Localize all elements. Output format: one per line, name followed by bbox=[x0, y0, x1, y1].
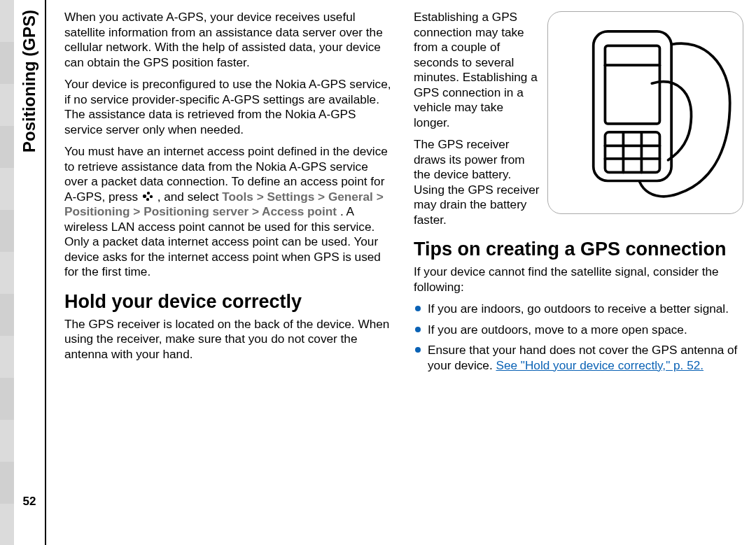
paragraph-establishing-connection: Establishing a GPS connection may take f… bbox=[414, 10, 743, 130]
menu-path-tools: Tools bbox=[222, 190, 253, 204]
menu-path-separator: > bbox=[318, 190, 328, 204]
menu-path-settings: Settings bbox=[267, 190, 314, 204]
menu-path-separator: > bbox=[133, 204, 144, 218]
svg-rect-5 bbox=[605, 45, 659, 123]
page-number: 52 bbox=[14, 495, 45, 509]
paragraph-access-point: You must have an internet access point d… bbox=[64, 144, 394, 280]
list-item: Ensure that your hand does not cover the… bbox=[414, 343, 743, 373]
phone-in-hand-illustration bbox=[547, 11, 743, 214]
heading-hold-device: Hold your device correctly bbox=[64, 291, 394, 313]
svg-rect-3 bbox=[146, 198, 149, 201]
manual-page: Positioning (GPS) 52 When you activate A… bbox=[14, 0, 756, 545]
heading-tips-gps: Tips on creating a GPS connection bbox=[414, 239, 743, 260]
section-name-vertical: Positioning (GPS) bbox=[20, 10, 39, 153]
svg-rect-7 bbox=[605, 132, 659, 173]
text-fragment: , and select bbox=[158, 190, 223, 204]
text-fragment: Establishing a GPS connection may take f… bbox=[414, 10, 538, 129]
svg-rect-2 bbox=[150, 195, 153, 198]
svg-rect-1 bbox=[147, 192, 150, 194]
paragraph-agps-intro: When you activate A-GPS, your device rec… bbox=[64, 10, 394, 70]
paragraph-receiver-location: The GPS receiver is located on the back … bbox=[64, 317, 394, 362]
list-item: If you are indoors, go outdoors to recei… bbox=[414, 302, 743, 317]
side-tab: Positioning (GPS) 52 bbox=[14, 0, 46, 545]
menu-path-general: General bbox=[328, 190, 373, 204]
menu-path-separator: > bbox=[377, 190, 384, 204]
link-hold-device-correctly[interactable]: See "Hold your device correctly," p. 52. bbox=[496, 358, 704, 372]
tips-list: If you are indoors, go outdoors to recei… bbox=[414, 302, 743, 373]
menu-path-access-point: Access point bbox=[262, 204, 337, 218]
menu-path-separator: > bbox=[257, 190, 267, 204]
paragraph-tips-intro: If your device cannot find the satellite… bbox=[414, 264, 743, 295]
list-item: If you are outdoors, move to a more open… bbox=[414, 323, 743, 338]
menu-path-positioning-server: Positioning server bbox=[144, 204, 248, 218]
page-content: When you activate A-GPS, your device rec… bbox=[46, 0, 756, 545]
menu-path-separator: > bbox=[252, 204, 262, 218]
paragraph-agps-preconfigured: Your device is preconfigured to use the … bbox=[64, 77, 394, 137]
menu-key-icon bbox=[141, 190, 154, 203]
svg-rect-0 bbox=[143, 194, 146, 198]
menu-path-positioning: Positioning bbox=[64, 204, 130, 218]
